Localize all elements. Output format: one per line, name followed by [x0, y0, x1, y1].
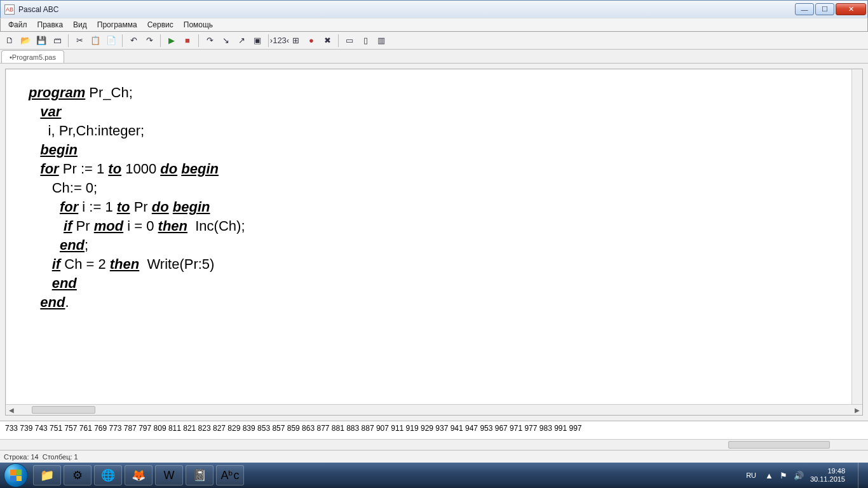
status-bar: Строка: 14 Столбец: 1: [0, 450, 868, 463]
run-to-cursor-icon[interactable]: ▣: [250, 34, 264, 48]
menu-помощь[interactable]: Помощь: [179, 19, 218, 30]
system-tray: RU ▲ ⚑ 🔊 19:48 30.11.2015: [743, 463, 865, 488]
scroll-left-icon[interactable]: ◀: [6, 405, 17, 416]
taskbar-apps: 📁⚙🌐🦊W📓Aᵇc: [33, 465, 244, 485]
code-icon[interactable]: ⚙: [64, 465, 92, 485]
menu-вид[interactable]: Вид: [68, 19, 92, 30]
clock-date: 30.11.2015: [810, 475, 845, 484]
title-bar: AB Pascal ABC — ☐ ✕: [0, 0, 868, 18]
scroll-right-icon[interactable]: ▶: [851, 405, 862, 416]
panel3-icon[interactable]: ▥: [374, 34, 388, 48]
step-out-icon[interactable]: ↗: [234, 34, 248, 48]
toolbar-separator: [198, 34, 199, 47]
notes-icon[interactable]: 📓: [186, 465, 214, 485]
open-file-icon[interactable]: 📂: [18, 34, 32, 48]
windows-logo-icon: [10, 470, 22, 481]
vertical-scrollbar[interactable]: [851, 69, 862, 404]
window-controls: — ☐ ✕: [794, 3, 866, 15]
action-center-icon[interactable]: ⚑: [780, 471, 787, 480]
save-all-icon[interactable]: 🗃: [50, 34, 64, 48]
show-desktop-button[interactable]: [858, 463, 865, 488]
redo-icon[interactable]: ↷: [142, 34, 156, 48]
explorer-icon[interactable]: 📁: [33, 465, 61, 485]
toolbar-separator: [68, 34, 69, 47]
toolbar-separator: [122, 34, 123, 47]
output-panel: 733 739 743 751 757 761 769 773 787 797 …: [0, 421, 868, 450]
maximize-button[interactable]: ☐: [815, 3, 834, 15]
undo-icon[interactable]: ↶: [126, 34, 140, 48]
clock[interactable]: 19:48 30.11.2015: [810, 467, 848, 484]
toolbar-separator: [338, 34, 339, 47]
stop-icon[interactable]: ■: [180, 34, 194, 48]
firefox-icon[interactable]: 🦊: [125, 465, 153, 485]
save-icon[interactable]: 💾: [34, 34, 48, 48]
start-button[interactable]: [4, 463, 28, 487]
status-column: Столбец: 1: [43, 453, 78, 461]
code-editor[interactable]: program Pr_Ch; var i, Pr,Ch:integer; beg…: [6, 69, 862, 326]
file-tab[interactable]: •Program5.pas: [1, 50, 64, 63]
new-file-icon[interactable]: 🗋: [3, 34, 17, 48]
copy-icon[interactable]: 📋: [88, 34, 102, 48]
window-title: Pascal ABC: [18, 5, 58, 14]
breakpoint-icon[interactable]: ●: [304, 34, 318, 48]
close-button[interactable]: ✕: [836, 3, 866, 15]
menu-bar: ФайлПравкаВидПрограммаСервисПомощь: [0, 18, 868, 32]
pascal-abc-icon[interactable]: Aᵇc: [216, 465, 244, 485]
panel2-icon[interactable]: ▯: [358, 34, 372, 48]
toolbar: 🗋📂💾🗃✂📋📄↶↷▶■↷↘↗▣›123‹⊞●✖▭▯▥: [0, 32, 868, 50]
paste-icon[interactable]: 📄: [104, 34, 118, 48]
menu-сервис[interactable]: Сервис: [142, 19, 179, 30]
locals-icon[interactable]: ⊞: [288, 34, 302, 48]
clock-time: 19:48: [810, 467, 845, 475]
taskbar: 📁⚙🌐🦊W📓Aᵇc RU ▲ ⚑ 🔊 19:48 30.11.2015: [0, 463, 868, 488]
menu-правка[interactable]: Правка: [32, 19, 69, 30]
cut-icon[interactable]: ✂: [72, 34, 86, 48]
editor-area: program Pr_Ch; var i, Pr,Ch:integer; beg…: [0, 64, 868, 421]
horizontal-scrollbar[interactable]: ◀ ▶: [6, 404, 862, 415]
toolbar-separator: [160, 34, 161, 47]
word-icon[interactable]: W: [155, 465, 183, 485]
tray-flag-icon[interactable]: ▲: [765, 471, 773, 480]
mozilla-icon[interactable]: 🌐: [94, 465, 122, 485]
menu-файл[interactable]: Файл: [3, 19, 32, 30]
app-window: AB Pascal ABC — ☐ ✕ ФайлПравкаВидПрограм…: [0, 0, 868, 488]
step-over-icon[interactable]: ↷: [203, 34, 217, 48]
output-scroll-thumb[interactable]: [728, 441, 830, 449]
output-text: 733 739 743 751 757 761 769 773 787 797 …: [5, 424, 582, 433]
editor-box: program Pr_Ch; var i, Pr,Ch:integer; beg…: [5, 69, 863, 416]
run-icon[interactable]: ▶: [165, 34, 179, 48]
volume-icon[interactable]: 🔊: [794, 471, 804, 480]
app-icon: AB: [4, 4, 15, 15]
menu-программа[interactable]: Программа: [92, 19, 142, 30]
status-line: Строка: 14: [4, 453, 39, 461]
toolbar-separator: [268, 34, 269, 47]
minimize-button[interactable]: —: [795, 3, 814, 15]
language-indicator[interactable]: RU: [743, 470, 759, 480]
step-into-icon[interactable]: ↘: [219, 34, 233, 48]
tab-strip: •Program5.pas: [0, 50, 868, 64]
panel1-icon[interactable]: ▭: [342, 34, 356, 48]
clear-icon[interactable]: ✖: [320, 34, 334, 48]
scroll-thumb[interactable]: [32, 406, 95, 414]
watch-icon[interactable]: ›123‹: [273, 34, 287, 48]
output-scrollbar[interactable]: [0, 439, 868, 450]
